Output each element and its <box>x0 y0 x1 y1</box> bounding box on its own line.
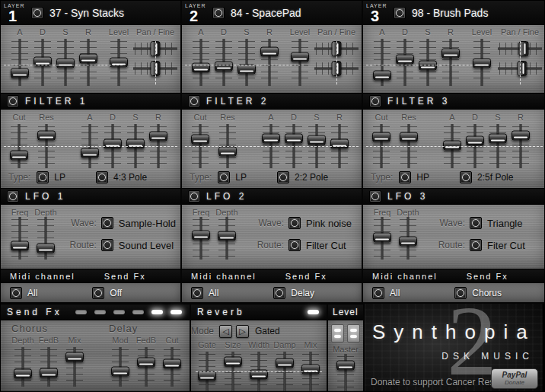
slider-knob[interactable] <box>10 150 28 160</box>
filter-led-button[interactable] <box>7 95 19 107</box>
adsr-s-slider[interactable] <box>54 39 77 86</box>
sendfx-route-button[interactable] <box>92 287 104 299</box>
midi-channel-button[interactable] <box>191 287 203 299</box>
slider-knob[interactable] <box>512 130 530 140</box>
slider-knob[interactable] <box>419 60 437 70</box>
adsr-d-slider[interactable] <box>31 39 54 86</box>
filter-led-button[interactable] <box>369 95 381 107</box>
level-slider[interactable] <box>470 39 493 86</box>
lfo-led-button[interactable] <box>188 190 200 202</box>
slider-knob[interactable] <box>11 68 29 78</box>
slider-knob[interactable] <box>111 367 129 377</box>
filter-type-button[interactable] <box>37 171 49 183</box>
filter-pole-button[interactable] <box>277 171 289 183</box>
master-slider[interactable] <box>334 354 357 392</box>
slider-knob[interactable] <box>373 71 391 81</box>
slider-knob[interactable] <box>517 61 527 76</box>
slider-knob[interactable] <box>400 132 418 142</box>
filter-a-slider[interactable] <box>441 124 464 168</box>
chorus-fedb-slider[interactable] <box>37 347 60 387</box>
cut-slider[interactable] <box>370 124 393 168</box>
preset-select-button[interactable] <box>31 7 43 19</box>
paypal-donate-button[interactable]: PayPal Donate <box>491 368 538 389</box>
slider-knob[interactable] <box>218 231 236 241</box>
slider-knob[interactable] <box>336 361 355 371</box>
slider-knob[interactable] <box>37 244 55 253</box>
slider-knob[interactable] <box>33 56 52 66</box>
slider-knob[interactable] <box>332 61 342 76</box>
slider-knob[interactable] <box>149 132 167 142</box>
slider-knob[interactable] <box>192 230 210 240</box>
slider-knob[interactable] <box>65 352 84 362</box>
fine-slider[interactable] <box>314 62 359 75</box>
slider-knob[interactable] <box>308 135 326 145</box>
slider-knob[interactable] <box>332 41 342 56</box>
mode-next-button[interactable]: ▷ <box>236 325 249 338</box>
adsr-r-slider[interactable] <box>77 39 100 86</box>
slider-knob[interactable] <box>14 369 32 379</box>
delay-fedb-slider[interactable] <box>135 347 158 387</box>
cut-slider[interactable] <box>8 124 30 168</box>
slider-knob[interactable] <box>37 130 56 140</box>
adsr-a-slider[interactable] <box>190 39 212 86</box>
filter-pole-button[interactable] <box>460 171 472 183</box>
lfo-depth-slider[interactable] <box>397 217 419 260</box>
lfo-depth-slider[interactable] <box>215 217 238 260</box>
slider-knob[interactable] <box>301 365 320 374</box>
filter-s-slider[interactable] <box>124 124 147 168</box>
slider-knob[interactable] <box>215 61 233 71</box>
slider-knob[interactable] <box>40 368 58 378</box>
mode-prev-button[interactable]: ◁ <box>219 325 232 338</box>
slider-knob[interactable] <box>291 52 309 62</box>
res-slider[interactable] <box>397 124 420 168</box>
slider-knob[interactable] <box>441 48 460 58</box>
slider-knob[interactable] <box>372 132 390 142</box>
filter-r-slider[interactable] <box>509 124 532 168</box>
midi-channel-button[interactable] <box>372 287 384 299</box>
reverb-damp-slider[interactable] <box>273 352 296 391</box>
filter-a-slider[interactable] <box>260 124 282 168</box>
wave-select-button[interactable] <box>288 217 301 229</box>
cut-slider[interactable] <box>189 124 212 168</box>
filter-d-slider[interactable] <box>101 124 124 168</box>
slider-knob[interactable] <box>56 59 75 69</box>
filter-r-slider[interactable] <box>147 124 170 168</box>
adsr-r-slider[interactable] <box>258 39 281 86</box>
preset-name[interactable]: 98 - Brush Pads <box>412 7 488 19</box>
filter-s-slider[interactable] <box>305 124 328 168</box>
slider-knob[interactable] <box>330 139 349 148</box>
adsr-a-slider[interactable] <box>371 39 394 86</box>
sendfx-route-button[interactable] <box>273 287 285 299</box>
pan-slider[interactable] <box>133 42 177 56</box>
adsr-s-slider[interactable] <box>235 39 258 86</box>
slider-knob[interactable] <box>151 61 161 76</box>
slider-knob[interactable] <box>443 140 461 150</box>
slider-knob[interactable] <box>373 232 391 242</box>
wave-select-button[interactable] <box>470 217 482 229</box>
slider-knob[interactable] <box>104 139 122 149</box>
lfo-depth-slider[interactable] <box>34 217 57 260</box>
slider-knob[interactable] <box>110 58 128 68</box>
slider-knob[interactable] <box>285 134 303 144</box>
slider-knob[interactable] <box>81 148 99 158</box>
slider-knob[interactable] <box>237 64 256 74</box>
chorus-depth-slider[interactable] <box>11 347 34 387</box>
filter-led-button[interactable] <box>188 95 200 107</box>
level-slider[interactable] <box>107 39 130 86</box>
reverb-mix-slider[interactable] <box>299 352 322 391</box>
route-select-button[interactable] <box>101 239 113 251</box>
filter-s-slider[interactable] <box>486 124 509 168</box>
slider-knob[interactable] <box>489 133 507 143</box>
preset-select-button[interactable] <box>394 7 406 19</box>
lfo-led-button[interactable] <box>7 190 19 202</box>
slider-knob[interactable] <box>163 359 181 368</box>
res-slider[interactable] <box>35 124 58 168</box>
lfo-freq-slider[interactable] <box>8 217 31 260</box>
fine-slider[interactable] <box>133 62 177 75</box>
delay-mod-slider[interactable] <box>109 347 132 387</box>
slider-knob[interactable] <box>79 54 97 64</box>
slider-knob[interactable] <box>192 63 210 73</box>
preset-select-button[interactable] <box>212 7 225 19</box>
slider-knob[interactable] <box>191 135 209 145</box>
slider-knob[interactable] <box>262 133 280 143</box>
